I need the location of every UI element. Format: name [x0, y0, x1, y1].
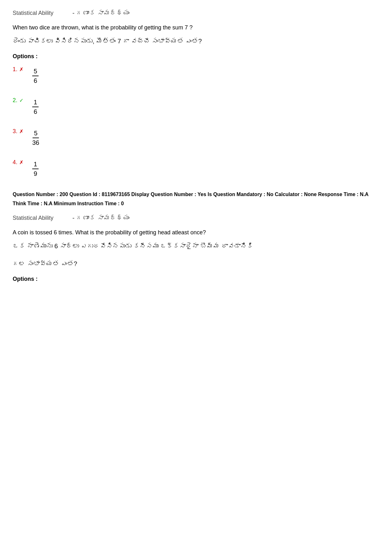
subject-title-2: Statistical Ability: [13, 215, 53, 221]
subject-header-2: Statistical Ability - గణాంక సామర్థ్యం: [13, 214, 379, 222]
fraction-2: 1 6: [32, 98, 39, 115]
meta-info: Question Number : 200 Question Id : 8119…: [13, 190, 379, 208]
fraction-1: 5 6: [32, 67, 39, 84]
options-label-2: Options :: [13, 276, 379, 282]
option-label-1: 1.: [13, 66, 17, 73]
subject-title-1: Statistical Ability: [13, 10, 53, 16]
option-icon-2: ✓: [19, 97, 23, 103]
fraction-numerator-1: 5: [32, 67, 39, 76]
fraction-denominator-3: 36: [32, 138, 39, 146]
section-1: Statistical Ability - గణాంక సామర్థ్యం Wh…: [13, 9, 379, 177]
option-item-2: 2. ✓ 1 6: [13, 97, 379, 115]
question-telugu-2a: ఒక నాణెమును 6 సార్లు ఎగురవేసినపుడు కనీసమ…: [13, 240, 379, 252]
subject-telugu-2: - గణాంక సామర్థ్యం: [72, 214, 130, 222]
question-telugu-1: రెండు పాచికలు విసిరినపుడు, మొత్తం 7 గా వ…: [13, 35, 379, 47]
option-item-1: 1. ✗ 5 6: [13, 66, 379, 84]
option-item-3: 3. ✗ 5 36: [13, 128, 379, 146]
fraction-numerator-4: 1: [32, 160, 39, 169]
option-icon-3: ✗: [19, 128, 23, 134]
subject-header-1: Statistical Ability - గణాంక సామర్థ్యం: [13, 9, 379, 17]
option-icon-4: ✗: [19, 159, 23, 165]
option-number-1: 1. ✗: [13, 66, 28, 73]
option-icon-1: ✗: [19, 66, 23, 72]
subject-telugu-1: - గణాంక సామర్థ్యం: [72, 9, 130, 17]
fraction-numerator-3: 5: [33, 129, 39, 138]
option-number-3: 3. ✗: [13, 128, 28, 135]
fraction-denominator-1: 6: [34, 76, 37, 84]
fraction-denominator-2: 6: [34, 107, 37, 115]
fraction-3: 5 36: [32, 129, 39, 146]
question-english-1: When two dice are thrown, what is the pr…: [13, 23, 379, 32]
option-number-2: 2. ✓: [13, 97, 28, 104]
option-label-3: 3.: [13, 128, 17, 135]
options-label-1: Options :: [13, 53, 379, 60]
fraction-denominator-4: 9: [34, 169, 37, 177]
section-2: Statistical Ability - గణాంక సామర్థ్యం A …: [13, 214, 379, 282]
fraction-numerator-2: 1: [32, 98, 39, 107]
question-english-2: A coin is tossed 6 times. What is the pr…: [13, 228, 379, 237]
question-telugu-2b: గల సంభావ్యత ఎంత?: [13, 258, 379, 269]
option-number-4: 4. ✗: [13, 159, 28, 166]
fraction-4: 1 9: [32, 160, 39, 177]
option-item-4: 4. ✗ 1 9: [13, 159, 379, 177]
option-label-4: 4.: [13, 159, 17, 166]
option-label-2: 2.: [13, 97, 17, 104]
